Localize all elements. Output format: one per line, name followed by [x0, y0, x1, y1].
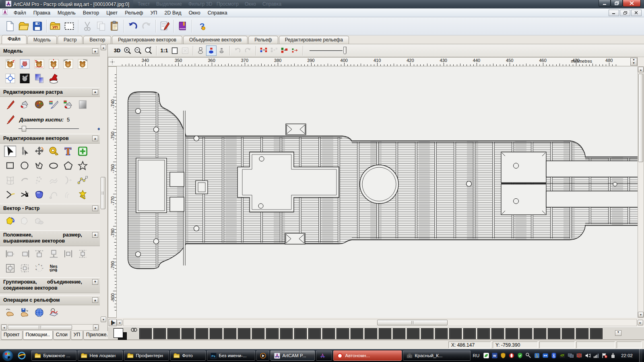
- arc-fit-tool-icon[interactable]: [62, 175, 74, 186]
- palette-swatch[interactable]: [238, 328, 250, 339]
- taskbar-button-artcam[interactable]: ArtCAM P...: [270, 350, 315, 361]
- palette-swatch[interactable]: [182, 328, 194, 339]
- align-top-icon[interactable]: [33, 248, 45, 259]
- model-invert-icon[interactable]: T: [19, 73, 31, 84]
- transform-tool-icon[interactable]: [33, 146, 45, 157]
- marquee-icon[interactable]: [62, 19, 76, 33]
- align-right-icon[interactable]: [19, 248, 31, 259]
- palette-swatch[interactable]: [520, 328, 532, 339]
- taskbar-button-camera[interactable]: Красный_К...: [403, 350, 471, 361]
- taskbar-ie-button[interactable]: [16, 350, 27, 361]
- palette-swatch[interactable]: [491, 328, 504, 339]
- scroll-right-button[interactable]: ►: [93, 325, 99, 330]
- taskbar-button-artcam-doc[interactable]: [316, 350, 332, 361]
- palette-swatch[interactable]: [266, 328, 279, 339]
- tray-blocked-icon[interactable]: [576, 352, 582, 359]
- palette-swatch[interactable]: [153, 328, 166, 339]
- bear-size-icon[interactable]: T: [33, 58, 45, 70]
- zoom-1to1-button[interactable]: 1:1: [159, 45, 169, 56]
- center-in-page-icon[interactable]: [4, 263, 16, 274]
- relief-save-icon[interactable]: [19, 307, 31, 319]
- taskbar-button-photoshop[interactable]: PsБез имени-...: [207, 350, 255, 361]
- close-button[interactable]: [623, 0, 641, 7]
- model-spill-icon[interactable]: [47, 73, 60, 84]
- palette-swatch[interactable]: [407, 328, 419, 339]
- palette-swatch[interactable]: [562, 328, 574, 339]
- tab-объединение-векторов[interactable]: Объединение векторов: [183, 36, 248, 44]
- offset-tool-icon[interactable]: [62, 189, 74, 200]
- toolpath-folder-icon[interactable]: УП: [49, 19, 62, 33]
- palette-swatch[interactable]: [534, 328, 546, 339]
- add-vector-icon[interactable]: [76, 146, 89, 157]
- bear-rotate-left-icon[interactable]: [62, 58, 74, 70]
- paste-icon[interactable]: [108, 19, 122, 33]
- btn-3d-button[interactable]: 3D: [112, 45, 122, 56]
- select-arrow-icon[interactable]: [4, 146, 16, 157]
- greyscale-slider[interactable]: [310, 46, 347, 55]
- tray-leaf-icon[interactable]: [483, 352, 489, 359]
- fillet-tool-icon[interactable]: [4, 189, 16, 200]
- show-desktop-button[interactable]: [639, 349, 642, 362]
- menu-вектор[interactable]: Вектор: [79, 9, 103, 17]
- palette-swatch[interactable]: [167, 328, 180, 339]
- link-colour-4-icon[interactable]: [290, 45, 300, 56]
- bear-scale-icon[interactable]: T: [4, 58, 16, 70]
- scrollbar-thumb[interactable]: [638, 74, 643, 162]
- zoom-in-icon[interactable]: [122, 45, 133, 56]
- paint-bucket-2-icon[interactable]: [62, 99, 74, 110]
- mdi-close-button[interactable]: [631, 10, 642, 16]
- polyline-nodes-icon[interactable]: [76, 175, 89, 186]
- palette-swatch[interactable]: [351, 328, 363, 339]
- palette-swatch[interactable]: [548, 328, 560, 339]
- zoom-out-icon[interactable]: [133, 45, 143, 56]
- menu-модель[interactable]: Модель: [54, 9, 79, 17]
- tray-key-icon[interactable]: [525, 352, 532, 359]
- raster-outline-icon[interactable]: [19, 216, 31, 227]
- scroll-down-button[interactable]: ▼: [101, 317, 106, 322]
- mdi-minimize-button[interactable]: [609, 10, 619, 16]
- zoom-object-icon[interactable]: [143, 45, 154, 56]
- reference-book-icon[interactable]: [176, 19, 190, 33]
- model-gradient-icon[interactable]: [33, 73, 45, 84]
- tray-shield-gold-icon[interactable]: [500, 352, 506, 359]
- menu-окно[interactable]: Окно: [185, 9, 204, 17]
- language-indicator[interactable]: RU: [472, 353, 481, 358]
- palette-swatch[interactable]: [463, 328, 476, 339]
- relief-sphere-icon[interactable]: [33, 307, 45, 319]
- canvas-vertical-scrollbar[interactable]: ▲ ▼: [638, 66, 644, 318]
- palette-swatch[interactable]: [590, 328, 603, 339]
- tray-nvidia-icon[interactable]: [559, 352, 566, 359]
- rect-tool-icon[interactable]: [4, 160, 16, 171]
- palette-swatch[interactable]: [294, 328, 307, 339]
- open-folder-icon[interactable]: [17, 19, 31, 33]
- sidebar-vertical-scrollbar[interactable]: ▲ ▼: [100, 44, 107, 323]
- new-file-icon[interactable]: [3, 19, 17, 33]
- menu-цвет[interactable]: Цвет: [103, 9, 121, 17]
- text-on-circle-icon[interactable]: texta: [33, 263, 45, 274]
- palette-swatch[interactable]: [421, 328, 433, 339]
- panel-tab-уп[interactable]: УП: [71, 331, 83, 340]
- model-resize-icon[interactable]: [4, 73, 16, 84]
- palette-swatch[interactable]: [139, 328, 152, 339]
- brush-diameter-slider[interactable]: ◆: [19, 126, 79, 132]
- tray-word-icon[interactable]: W: [491, 352, 498, 359]
- tray-speaker-icon[interactable]: [584, 352, 591, 359]
- restore-button[interactable]: [611, 0, 623, 7]
- scrollbar-track[interactable]: [123, 319, 637, 326]
- relief-load-icon[interactable]: [4, 307, 16, 319]
- tray-shield-green-icon[interactable]: [517, 352, 523, 359]
- collapse-section-button[interactable]: ▲: [92, 48, 98, 54]
- relief-subtract-icon[interactable]: −: [47, 322, 60, 323]
- tray-flag-alert-icon[interactable]: [601, 352, 608, 359]
- tray-opera-red-icon[interactable]: [508, 352, 515, 359]
- freehand-tool-icon[interactable]: [47, 175, 60, 186]
- mesh-tool-icon[interactable]: [4, 175, 16, 186]
- scrollbar-thumb[interactable]: [101, 177, 105, 209]
- mdi-restore-button[interactable]: [620, 10, 630, 16]
- palette-swatch[interactable]: [280, 328, 293, 339]
- align-center-h-icon[interactable]: [62, 248, 74, 259]
- collapse-section-button[interactable]: ▲: [92, 136, 98, 141]
- collapse-section-button[interactable]: ▲: [92, 206, 98, 211]
- scrollbar-thumb[interactable]: [377, 320, 448, 325]
- undo-icon[interactable]: [126, 19, 140, 33]
